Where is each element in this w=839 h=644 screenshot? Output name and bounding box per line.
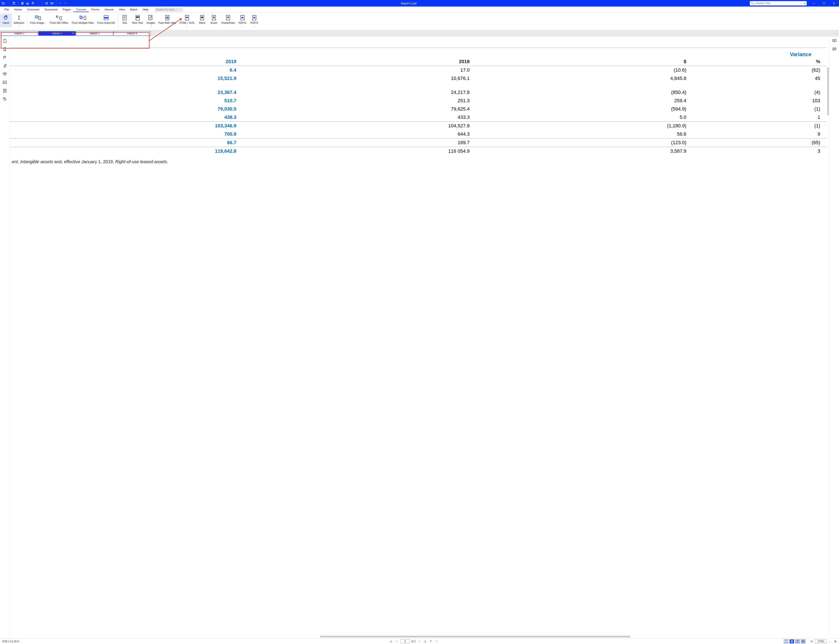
minimize-button[interactable]: —	[809, 0, 819, 7]
single-page-view-button[interactable]	[784, 639, 788, 643]
menu-batch[interactable]: Batch	[128, 7, 140, 12]
open-dropdown-icon[interactable]: ▾	[7, 1, 10, 5]
hand-tool-button[interactable]: Hand	[0, 13, 12, 27]
print-all-icon[interactable]	[26, 1, 30, 5]
document-viewport[interactable]: Variance 2019 2018 $ % 6.417.0(10.6)(62)…	[10, 37, 829, 638]
search-next-icon[interactable]: ›	[802, 2, 803, 5]
to-html-svg-button[interactable]: </> HTML / SVG⌄	[178, 13, 196, 27]
content-panel-icon[interactable]: T	[2, 88, 7, 93]
to-images-button[interactable]: Images⌄	[145, 13, 157, 27]
from-autocad-button[interactable]: DWG From AutoCAD	[96, 13, 117, 25]
tab-close-icon[interactable]: ✕	[72, 32, 74, 35]
to-powerpoint-button[interactable]: P PowerPoint	[220, 13, 237, 27]
document-tab[interactable]: Report 2✕	[38, 31, 76, 36]
to-pdfx-button[interactable]: /X PDF/X⌄	[248, 13, 260, 27]
to-pdfa-button[interactable]: /A PDF/A⌄	[237, 13, 248, 27]
search-prev-icon[interactable]: ‹	[801, 2, 801, 5]
table-cell: 17.0	[243, 66, 476, 74]
selection-tool-button[interactable]: Selection⌄	[12, 13, 26, 27]
comments-panel-icon[interactable]	[832, 38, 837, 43]
menu-comment[interactable]: Comment	[25, 7, 42, 12]
to-text-button[interactable]: Text	[118, 13, 130, 27]
menu-home[interactable]: Home	[12, 7, 25, 12]
next-view-icon[interactable]: ↷	[434, 639, 439, 643]
redo-icon[interactable]: ↷	[64, 1, 67, 5]
zoom-dropdown-icon[interactable]: ⌄	[828, 639, 832, 643]
chevron-down-icon[interactable]: ⌄	[18, 25, 20, 27]
bookmarks-panel-icon[interactable]	[2, 47, 7, 51]
continuous-view-button[interactable]	[790, 639, 794, 643]
chevron-down-icon[interactable]: ⌄	[150, 25, 151, 27]
menu-pages[interactable]: Pages	[60, 7, 73, 12]
from-multiple-files-button[interactable]: From Multiple Files	[70, 13, 95, 25]
table-cell: 700.9	[10, 130, 243, 138]
menu-convert[interactable]: Convert	[73, 7, 89, 12]
svg-text:/X: /X	[253, 16, 255, 18]
to-fast-web-view-button[interactable]: Fast Web View	[157, 13, 178, 27]
layers-panel-icon[interactable]	[2, 72, 7, 76]
flag-panel-icon[interactable]	[2, 55, 7, 60]
page-number-input[interactable]	[400, 639, 410, 643]
zoom-out-icon[interactable]: ⊖	[810, 639, 814, 643]
horizontal-scrollbar-thumb[interactable]	[320, 636, 630, 637]
chevron-down-icon[interactable]: ⌄	[242, 25, 243, 27]
scan-icon[interactable]	[44, 1, 48, 5]
menu-forms[interactable]: Forms	[89, 7, 102, 12]
svg-rect-7	[32, 2, 33, 3]
chat-panel-icon[interactable]	[832, 47, 837, 51]
two-page-continuous-button[interactable]	[801, 639, 805, 643]
vertical-scrollbar[interactable]	[827, 67, 829, 115]
print-preview-icon[interactable]	[31, 1, 35, 5]
chevron-down-icon[interactable]: ⌄	[186, 25, 188, 27]
to-word-button[interactable]: W Word	[196, 13, 208, 27]
from-image-button[interactable]: From Image ⌄	[28, 13, 48, 25]
attachments-panel-icon[interactable]	[2, 63, 7, 68]
print-dropdown-icon[interactable]: ▾	[36, 1, 40, 5]
search-dropdown-icon[interactable]: ▾	[755, 2, 756, 4]
pages-panel-icon[interactable]	[2, 38, 7, 43]
print-icon[interactable]	[20, 1, 24, 5]
variance-header: Variance	[10, 48, 827, 58]
horizontal-scrollbar-track[interactable]	[10, 636, 827, 638]
tabs-overflow-icon[interactable]: ⌄	[835, 32, 837, 35]
close-button[interactable]: ✕	[829, 0, 839, 7]
menu-document[interactable]: Document	[42, 7, 60, 12]
zoom-in-icon[interactable]: ⊕	[833, 639, 837, 643]
prev-page-icon[interactable]: ‹	[395, 639, 399, 643]
svg-text:</>: </>	[186, 16, 188, 18]
svg-rect-8	[46, 3, 48, 4]
menu-help[interactable]: Help	[140, 7, 151, 12]
email-icon[interactable]	[50, 1, 54, 5]
to-rich-text-button[interactable]: RTF Rich Text	[130, 13, 145, 27]
next-page-icon[interactable]: ›	[418, 639, 421, 643]
chevron-down-icon[interactable]: ⌄	[253, 25, 255, 27]
svg-rect-52	[798, 640, 799, 642]
document-tab[interactable]: Report 3	[76, 31, 113, 36]
document-tab[interactable]: Report 1	[1, 31, 38, 36]
prev-view-icon[interactable]: ↶	[429, 639, 433, 643]
first-page-icon[interactable]: |‹	[389, 639, 393, 643]
tool-search-input[interactable]: Search for tools ...	[155, 7, 183, 12]
document-tab[interactable]: Report 4	[114, 31, 151, 36]
table-cell: 251.3	[243, 97, 476, 105]
menu-file[interactable]: File	[2, 7, 12, 12]
search-input[interactable]	[757, 2, 800, 5]
tags-panel-icon[interactable]	[2, 97, 7, 101]
two-page-view-button[interactable]	[795, 639, 800, 643]
zoom-level-input[interactable]: 175%	[815, 639, 827, 643]
chevron-down-icon[interactable]: ⌄	[44, 22, 46, 24]
search-clear-icon[interactable]: ✕	[804, 2, 806, 5]
last-page-icon[interactable]: ›|	[423, 639, 427, 643]
title-search-box[interactable]: 🔍 ▾ ‹ › ✕	[750, 1, 807, 5]
menu-secure[interactable]: Secure	[102, 7, 116, 12]
undo-icon[interactable]: ↶	[58, 1, 62, 5]
menu-view[interactable]: View	[116, 7, 128, 12]
from-ms-office-button[interactable]: From MS Office	[48, 13, 70, 25]
maximize-button[interactable]: ☐	[819, 0, 829, 7]
save-icon[interactable]	[12, 1, 16, 5]
table-cell: 510.7	[10, 97, 243, 105]
table-row: 103,346.9104,527.8(1,180.9)(1)	[10, 122, 827, 130]
signature-panel-icon[interactable]	[2, 80, 7, 85]
to-excel-button[interactable]: X Excel	[208, 13, 220, 27]
open-file-icon[interactable]	[1, 1, 5, 5]
